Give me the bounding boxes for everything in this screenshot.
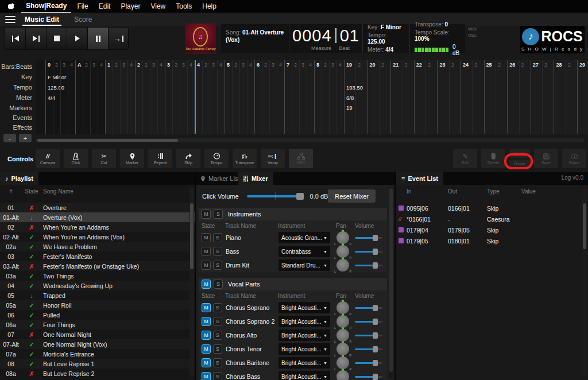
section-solo-button[interactable]: S — [214, 210, 223, 219]
playlist-row[interactable]: 07✗One Normal Night — [0, 329, 195, 339]
track-solo-button[interactable]: S — [213, 372, 222, 380]
playlist-row[interactable]: 06✓Pulled — [0, 310, 195, 320]
track-solo-button[interactable]: S — [213, 247, 222, 256]
playlist-row[interactable]: 02a✓We Have a Problem — [0, 242, 195, 251]
redo-button[interactable]: Redo — [509, 160, 530, 168]
instrument-dropdown[interactable]: Standard Dru...▼ — [278, 259, 330, 271]
click-button[interactable]: Click — [64, 149, 88, 168]
track-solo-button[interactable]: S — [213, 358, 222, 367]
repeat-button[interactable]: Repeat — [148, 149, 172, 168]
playlist-row[interactable]: 05↓Trapped — [0, 290, 195, 300]
tab-music-edit[interactable]: Music Edit — [22, 13, 61, 26]
instrument-dropdown[interactable]: Bright Acousti...▼ — [278, 329, 330, 341]
instrument-dropdown[interactable]: Bright Acousti...▼ — [278, 343, 330, 355]
section-mute-button[interactable]: M — [202, 210, 211, 219]
pan-knob[interactable]: LR — [336, 231, 349, 244]
volume-slider[interactable] — [355, 251, 382, 253]
event-list-scrollbar-thumb[interactable] — [583, 203, 586, 249]
event-list-scrollbar[interactable] — [582, 187, 587, 378]
track-mute-button[interactable]: M — [202, 247, 211, 256]
menu-edit[interactable]: Edit — [99, 2, 111, 10]
zoom-in-button[interactable]: + — [19, 134, 32, 142]
tab-playlist[interactable]: ♪ Playlist — [0, 172, 38, 185]
pan-knob[interactable]: LR — [336, 301, 349, 314]
pan-knob[interactable]: LR — [336, 356, 349, 369]
instrument-dropdown[interactable]: Bright Acousti...▼ — [278, 302, 330, 313]
volume-slider-handle[interactable] — [373, 305, 378, 311]
volume-slider-handle[interactable] — [373, 249, 378, 255]
caesura-button[interactable]: // Caesura — [36, 149, 60, 168]
skip-to-start-button[interactable] — [5, 27, 25, 50]
instrument-dropdown[interactable]: Bright Acousti...▼ — [278, 357, 330, 369]
pan-knob[interactable]: LR — [336, 259, 349, 272]
volume-slider-handle[interactable] — [373, 332, 378, 339]
menu-file[interactable]: File — [77, 2, 88, 10]
track-solo-button[interactable]: S — [213, 303, 222, 312]
track-mute-button[interactable]: M — [202, 331, 211, 340]
pan-knob[interactable]: LR — [336, 329, 349, 342]
playlist-row[interactable]: 04✓Wednesday's Growing Up — [0, 281, 195, 290]
playlist-row[interactable]: 02-Alt✓When You're an Addams (Vox) — [0, 232, 195, 242]
click-volume-handle[interactable] — [296, 193, 304, 200]
tab-mixer[interactable]: Mixer — [238, 172, 273, 185]
track-solo-button[interactable]: S — [213, 317, 222, 326]
tempo-button[interactable]: Tempo — [204, 149, 229, 168]
track-mute-button[interactable]: M — [202, 233, 211, 242]
track-mute-button[interactable]: M — [202, 358, 211, 367]
zoom-out-button[interactable]: - — [3, 134, 16, 142]
volume-slider-handle[interactable] — [373, 262, 378, 269]
pause-button[interactable] — [87, 27, 108, 50]
playlist-scrollbar[interactable] — [189, 187, 194, 378]
timeline-scrollbar[interactable] — [36, 138, 585, 142]
tab-score[interactable]: Score — [72, 13, 94, 26]
skip-button[interactable]: Skip — [176, 149, 200, 168]
timeline-scrollbar-thumb[interactable] — [37, 139, 178, 142]
playlist-row[interactable]: 02✗When You're an Addams — [0, 222, 195, 232]
skip-to-next-button[interactable] — [25, 27, 46, 50]
instrument-dropdown[interactable]: Acoustic Gran...▼ — [278, 232, 330, 243]
volume-slider-handle[interactable] — [373, 346, 378, 352]
track-mute-button[interactable]: M — [202, 372, 211, 380]
track-mute-button[interactable]: M — [202, 303, 211, 312]
mixer-scrollbar-thumb[interactable] — [389, 188, 393, 372]
playlist-row[interactable]: 03a✓Two Things — [0, 271, 195, 281]
track-solo-button[interactable]: S — [213, 261, 222, 270]
playlist-row[interactable]: 07a✓Morticia's Entrance — [0, 349, 195, 359]
volume-slider[interactable] — [355, 307, 382, 309]
section-solo-button[interactable]: S — [214, 280, 223, 289]
volume-slider-handle[interactable] — [373, 360, 378, 366]
track-solo-button[interactable]: S — [213, 344, 222, 354]
pan-knob[interactable]: LR — [336, 370, 349, 380]
track-solo-button[interactable]: S — [213, 233, 222, 242]
event-row[interactable]: //*0166|01-Caesura — [396, 214, 588, 224]
reset-mixer-button[interactable]: Reset Mixer — [328, 189, 376, 203]
volume-slider-handle[interactable] — [373, 235, 378, 241]
instrument-dropdown[interactable]: Bright Acousti...▼ — [278, 371, 330, 380]
playhead[interactable] — [195, 60, 196, 134]
track-mute-button[interactable]: M — [202, 261, 211, 270]
menu-view[interactable]: View — [150, 2, 165, 10]
volume-slider[interactable] — [355, 376, 382, 378]
volume-slider-handle[interactable] — [373, 319, 378, 325]
section-mute-button[interactable]: M — [202, 280, 211, 289]
volume-slider[interactable] — [355, 265, 382, 266]
skip-to-end-button[interactable]: → — [108, 27, 129, 50]
share-button[interactable]: Share — [562, 149, 586, 168]
event-row[interactable]: 0179|050180|01Skip — [396, 235, 588, 246]
volume-slider-handle[interactable] — [373, 374, 378, 380]
stop-button[interactable] — [46, 27, 67, 50]
delete-button[interactable]: Delete — [481, 149, 505, 168]
tab-event-list[interactable]: ≡ Event List — [396, 172, 443, 185]
timeline-ruler[interactable]: F Minor 125.00 4/4 193.50 6/8 19 0234A23… — [36, 60, 588, 134]
click-volume-slider[interactable] — [247, 195, 304, 197]
playlist-row[interactable]: 01✗Overture — [0, 203, 195, 212]
instrument-dropdown[interactable]: Bright Acousti...▼ — [278, 316, 330, 327]
playlist-row[interactable]: 05a✓Honor Roll — [0, 300, 195, 310]
osc-button[interactable]: OSC — [289, 149, 313, 168]
marker-button[interactable]: Marker — [120, 149, 144, 168]
play-button[interactable] — [67, 27, 87, 50]
pan-knob[interactable]: LR — [336, 343, 349, 355]
volume-slider[interactable] — [355, 335, 382, 336]
track-mute-button[interactable]: M — [202, 317, 211, 326]
mixer-scrollbar[interactable] — [389, 187, 393, 378]
